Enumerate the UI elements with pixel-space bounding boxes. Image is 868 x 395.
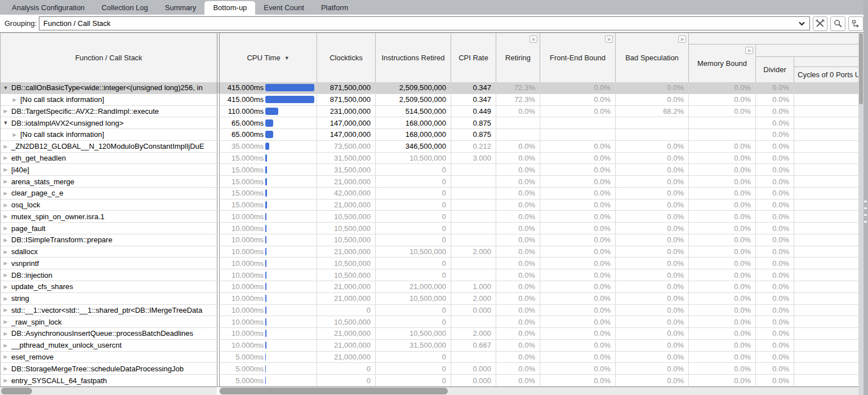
expand-arrow-icon[interactable]: ▶ [2,237,9,243]
column-header-front-end-bound[interactable]: Front-End Bound » [540,33,616,82]
chevron-down-icon[interactable] [795,21,809,26]
table-row[interactable]: ▶eset_remove5.000ms21,000,00000.0%0.0%0.… [1,352,858,363]
tab-platform[interactable]: Platform [313,1,357,15]
expand-column-group-icon[interactable]: » [745,47,753,54]
table-row[interactable]: ▶std::__1::vector<std::__1::shared_ptr<D… [1,305,858,317]
expand-arrow-icon[interactable]: ▶ [2,225,9,231]
clockticks-cell: 0 [317,375,376,386]
expand-arrow-icon[interactable]: ▶ [2,284,9,290]
expand-arrow-icon[interactable]: ▶ [2,378,9,383]
expand-arrow-icon[interactable]: ▶ [2,167,9,172]
expand-arrow-icon[interactable]: ▶ [2,144,9,149]
expand-arrow-icon[interactable]: ▶ [11,97,18,103]
column-header-function[interactable]: Function / Call Stack [1,33,217,82]
column-header-cycles-of-0-ports[interactable]: Cycles of 0 Ports Utilized [794,67,859,82]
table-row[interactable]: ▼DB::iotaImplAVX2<unsigned long>65.000ms… [1,117,858,129]
table-row[interactable]: ▶page_fault10.000ms10,500,00000.0%0.0%0.… [1,223,858,234]
tab-analysis-configuration[interactable]: Analysis Configuration [3,1,93,15]
cpu-time-bar [265,108,278,115]
bad-speculation-cell: 0.0% [616,246,689,258]
front-end-bound-cell: 0.0% [540,363,616,374]
table-row[interactable]: ▶entry_SYSCALL_64_fastpath5.000ms000.000… [1,375,858,387]
tab-collection-log[interactable]: Collection Log [93,1,156,15]
table-row[interactable]: ▶DB::AsynchronousInsertQueue::processBat… [1,328,858,340]
front-end-bound-cell: 0.0% [540,293,616,304]
expand-arrow-icon[interactable]: ▶ [2,260,9,266]
retiring-cell: 0.0% [496,316,540,327]
column-header-divider[interactable]: Divider [756,57,794,82]
column-header-memory-bound[interactable]: Memory Bound » [689,45,756,82]
table-row[interactable]: ▶sdallocx10.000ms21,000,00010,500,0002.0… [1,246,858,258]
expand-arrow-icon[interactable]: ▶ [2,190,9,196]
column-header-clockticks[interactable]: Clockticks [317,33,376,82]
collapse-arrow-icon[interactable]: ▼ [2,120,9,126]
expand-arrow-icon[interactable]: ▶ [2,343,9,348]
tab-summary[interactable]: Summary [157,1,205,15]
expand-arrow-icon[interactable]: ▶ [2,331,9,336]
table-row[interactable]: ▶[No call stack information]65.000ms147,… [1,129,858,141]
table-row[interactable]: ▶[No call stack information]415.000ms871… [1,94,858,106]
clockticks-cell: 21,000,000 [317,199,376,211]
expand-arrow-icon[interactable]: ▶ [2,366,9,371]
expand-arrow-icon[interactable]: ▶ [2,319,9,325]
table-row[interactable]: ▶mutex_spin_on_owner.isra.110.000ms10,50… [1,211,858,223]
column-header-cpu-time[interactable]: CPU Time ▼ [220,33,317,82]
customize-view-button[interactable] [813,16,828,31]
function-name: sdallocx [11,247,38,256]
expand-arrow-icon[interactable]: ▶ [2,214,9,219]
expand-column-group-icon[interactable]: » [605,35,613,43]
table-row[interactable]: ▶DB::injection10.000ms10,500,00000.0%0.0… [1,269,858,281]
scrollbar-thumb[interactable] [1,388,32,394]
function-name: entry_SYSCALL_64_fastpath [11,376,107,385]
expand-arrow-icon[interactable]: ▶ [2,108,9,114]
vertical-scrollbar[interactable] [858,33,863,395]
table-row[interactable]: ▶DB::StorageMergeTree::scheduleDataProce… [1,363,858,375]
instructions-retired-cell: 10,500,000 [376,328,451,339]
expand-arrow-icon[interactable]: ▶ [2,249,9,255]
expand-arrow-icon[interactable]: ▶ [2,296,9,301]
table-row[interactable]: ▶[i40e]15.000ms31,500,00000.0%0.0%0.0%0.… [1,164,858,176]
expand-column-group-icon[interactable]: » [678,35,686,43]
expand-column-group-icon[interactable]: » [529,35,537,43]
expand-arrow-icon[interactable]: ▶ [11,132,18,137]
grouping-select[interactable]: Function / Call Stack [39,16,809,30]
tab-bottom-up[interactable]: Bottom-up [204,1,255,15]
scrollbar-thumb[interactable] [859,33,863,104]
horizontal-scrollbar-right[interactable] [219,387,858,395]
expand-arrow-icon[interactable]: ▶ [2,179,9,184]
table-row[interactable]: ▶update_cfs_shares10.000ms21,000,00021,0… [1,281,858,293]
table-row[interactable]: ▶osq_lock15.000ms21,000,00000.0%0.0%0.0%… [1,199,858,211]
grouping-settings-button[interactable] [848,16,863,31]
search-button[interactable] [830,16,845,31]
expand-arrow-icon[interactable]: ▶ [2,272,9,278]
memory-bound-cell: 0.0% [689,234,756,246]
cpu-time-cell: 15.000ms [220,176,317,187]
expand-arrow-icon[interactable]: ▶ [2,307,9,313]
column-header-cpi-rate[interactable]: CPI Rate [451,33,496,82]
table-row[interactable]: ▶eth_get_headlen15.000ms31,500,00010,500… [1,153,858,165]
expand-arrow-icon[interactable]: ▶ [2,202,9,208]
table-row[interactable]: ▶arena_stats_merge15.000ms21,000,00000.0… [1,176,858,188]
horizontal-scrollbar-left[interactable] [0,387,217,395]
panel-splitter[interactable] [863,0,868,395]
table-row[interactable]: ▼DB::callOnBasicType<wide::integer<(unsi… [1,82,858,94]
table-row[interactable]: ▶DB::TargetSpecific::AVX2::RandImpl::exe… [1,106,858,118]
table-row[interactable]: ▶DB::ISimpleTransform::prepare10.000ms10… [1,234,858,246]
clockticks-cell: 21,000,000 [317,246,376,258]
column-header-bad-speculation[interactable]: Bad Speculation » [616,33,689,82]
collapse-arrow-icon[interactable]: ▼ [2,85,9,91]
expand-arrow-icon[interactable]: ▶ [2,354,9,360]
column-header-retiring[interactable]: Retiring » [496,33,540,82]
scrollbar-thumb[interactable] [220,388,448,394]
table-row[interactable]: ▶__pthread_mutex_unlock_usercnt10.000ms2… [1,340,858,352]
table-row[interactable]: ▶clear_page_c_e15.000ms42,000,00000.0%0.… [1,188,858,199]
table-row[interactable]: ▶_ZN2DB12_GLOBAL__N_120ModuloByConstantI… [1,141,858,153]
table-row[interactable]: ▶_raw_spin_lock10.000ms10,500,00000.0%0.… [1,316,858,328]
bad-speculation-cell [616,129,689,140]
memory-bound-cell: 0.0% [689,94,756,105]
table-row[interactable]: ▶vsnprintf10.000ms10,500,00000.0%0.0%0.0… [1,258,858,269]
column-header-instructions-retired[interactable]: Instructions Retired [376,33,451,82]
table-row[interactable]: ▶string10.000ms21,000,00010,500,0002.000… [1,293,858,305]
expand-arrow-icon[interactable]: ▶ [2,155,9,161]
tab-event-count[interactable]: Event Count [255,1,313,15]
